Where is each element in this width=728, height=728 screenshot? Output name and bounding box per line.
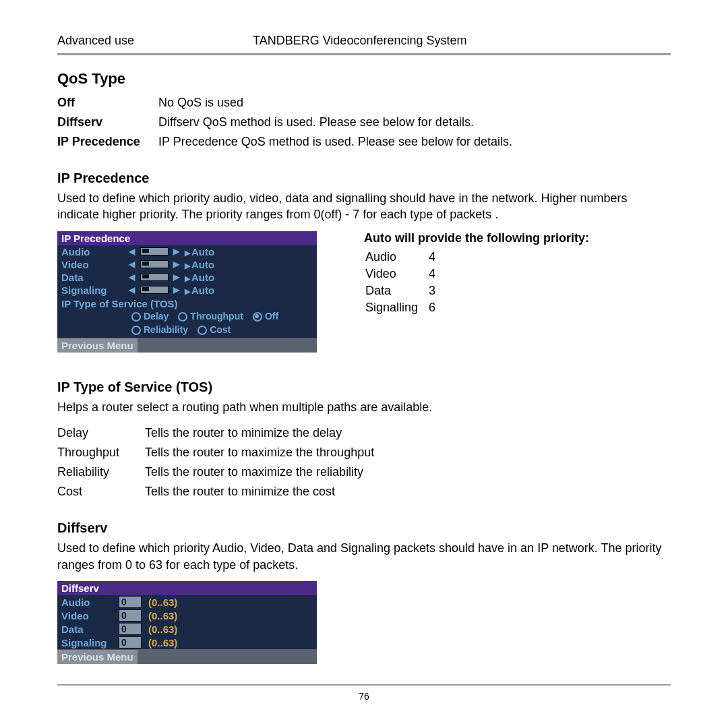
panel-row[interactable]: Signaling ◀▶ ▶Auto — [57, 284, 317, 297]
radio-option[interactable]: Off — [253, 311, 278, 322]
slider-icon[interactable]: ◀▶ — [129, 260, 179, 269]
auto-priority-table: Audio4 Video4 Data3 Signalling6 — [364, 248, 446, 317]
radio-icon — [131, 312, 141, 322]
panel-row-label: Audio — [61, 246, 129, 257]
panel-row[interactable]: Audio ◀▶ ▶Auto — [57, 245, 317, 258]
panel-row-label: Audio — [61, 597, 119, 608]
qos-desc: IP Precedence QoS method is used. Please… — [158, 132, 512, 152]
value-input[interactable]: 0 — [119, 636, 142, 648]
panel-title: Diffserv — [57, 581, 317, 595]
range-hint: (0..63) — [148, 624, 177, 635]
auto-priority-heading: Auto will provide the following priority… — [364, 231, 589, 245]
panel-row-label: Video — [61, 610, 119, 621]
slider-icon[interactable]: ◀▶ — [129, 247, 179, 256]
value-input[interactable]: 0 — [119, 596, 142, 608]
radio-option[interactable]: Throughput — [178, 311, 243, 322]
panel-title: IP Precedence — [57, 231, 317, 245]
panel-tos-label: IP Type of Service (TOS) — [57, 297, 317, 311]
panel-row-label: Video — [61, 259, 129, 270]
header-title: TANDBERG Videoconferencing System — [253, 34, 671, 48]
header-rule — [57, 53, 671, 55]
panel-row-label: Signaling — [61, 637, 119, 648]
value-input[interactable]: 0 — [119, 623, 142, 635]
page-header: Advanced use TANDBERG Videoconferencing … — [57, 34, 671, 48]
panel-row[interactable]: Data 0 (0..63) — [57, 622, 317, 636]
ipprec-heading: IP Precedence — [57, 171, 671, 186]
qos-desc: No QoS is used — [158, 93, 512, 113]
qos-heading: QoS Type — [57, 70, 671, 88]
range-hint: (0..63) — [148, 637, 177, 648]
panel-row-label: Data — [61, 624, 119, 635]
panel-row-value: Auto — [191, 272, 214, 283]
ipprec-panel: IP Precedence Audio ◀▶ ▶Auto Video ◀▶ ▶A… — [57, 231, 317, 353]
diffserv-heading: Diffserv — [57, 520, 671, 536]
radio-option[interactable]: Reliability — [131, 324, 188, 335]
range-hint: (0..63) — [148, 610, 177, 621]
panel-row[interactable]: Video 0 (0..63) — [57, 609, 317, 622]
qos-term: Diffserv — [57, 113, 158, 132]
radio-icon — [131, 326, 141, 335]
qos-term: IP Precedence — [57, 132, 158, 152]
radio-option[interactable]: Delay — [131, 311, 169, 322]
tos-def-table: DelayTells the router to minimize the de… — [57, 423, 374, 502]
panel-row-value: Auto — [191, 246, 214, 257]
previous-menu-button[interactable]: Previous Menu — [57, 338, 138, 353]
page-number: 76 — [57, 691, 671, 702]
slider-icon[interactable]: ◀▶ — [129, 272, 179, 282]
panel-row-value: Auto — [191, 284, 214, 296]
panel-row[interactable]: Video ◀▶ ▶Auto — [57, 258, 317, 271]
header-section: Advanced use — [57, 34, 253, 48]
range-hint: (0..63) — [148, 597, 177, 608]
tos-radio-group: Delay Throughput Off Reliability Cost — [57, 311, 317, 338]
previous-menu-button[interactable]: Previous Menu — [57, 649, 138, 664]
panel-row-value: Auto — [191, 259, 214, 270]
radio-icon — [198, 326, 207, 335]
radio-option[interactable]: Cost — [198, 324, 231, 335]
qos-term: Off — [57, 93, 158, 113]
panel-row[interactable]: Audio 0 (0..63) — [57, 595, 317, 609]
footer-rule — [57, 684, 671, 686]
tos-body: Helps a router select a routing path whe… — [57, 399, 671, 415]
panel-row-label: Data — [61, 272, 129, 283]
qos-def-table: OffNo QoS is used DiffservDiffserv QoS m… — [57, 93, 512, 152]
panel-row[interactable]: Data ◀▶ ▶Auto — [57, 271, 317, 284]
auto-priority-block: Auto will provide the following priority… — [364, 231, 589, 317]
qos-desc: Diffserv QoS method is used. Please see … — [158, 113, 512, 132]
panel-row-label: Signaling — [61, 284, 129, 296]
radio-icon — [253, 312, 262, 322]
slider-icon[interactable]: ◀▶ — [129, 285, 179, 295]
ipprec-body: Used to define which priority audio, vid… — [57, 190, 671, 223]
tos-heading: IP Type of Service (TOS) — [57, 380, 671, 395]
value-input[interactable]: 0 — [119, 609, 142, 621]
panel-row[interactable]: Signaling 0 (0..63) — [57, 636, 317, 649]
diffserv-body: Used to define which priority Audio, Vid… — [57, 540, 671, 573]
radio-icon — [178, 312, 187, 322]
diffserv-panel: Diffserv Audio 0 (0..63) Video 0 (0..63)… — [57, 581, 317, 664]
